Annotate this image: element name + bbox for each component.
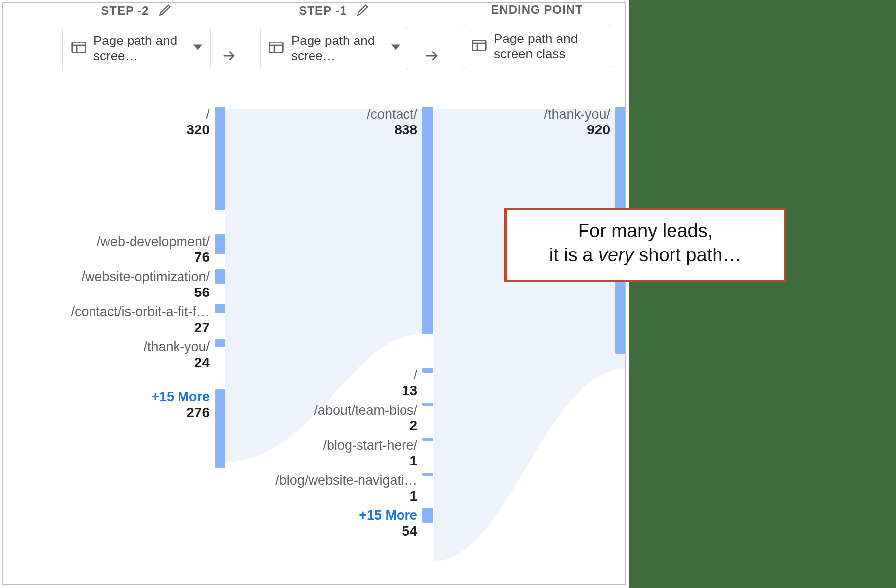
path-node[interactable]: /about/team-bios/2 xyxy=(221,403,433,434)
path-exploration-panel: STEP -2 Page path and scree… STEP -1 xyxy=(2,2,626,585)
dimension-label: Page path and scree… xyxy=(93,33,186,64)
page-icon xyxy=(269,40,284,57)
step-minus-1: STEP -1 Page path and scree… xyxy=(260,3,408,70)
arrow-icon xyxy=(221,47,237,66)
annotation-callout: For many leads, it is a very short path… xyxy=(504,208,786,282)
bar xyxy=(422,473,433,476)
dimension-select-step-1[interactable]: Page path and scree… xyxy=(260,27,408,70)
page-icon xyxy=(71,40,87,57)
step-1-nodes: /contact/838 /13 /about/team-bios/2 /blo… xyxy=(221,107,433,543)
dimension-select-ending[interactable]: Page path and screen class xyxy=(463,25,611,68)
more-node[interactable]: +15 More276 xyxy=(13,389,225,468)
bar xyxy=(422,107,433,334)
step-label: STEP -2 xyxy=(101,4,149,18)
bar xyxy=(422,438,433,441)
more-node[interactable]: +15 More54 xyxy=(221,508,433,539)
path-node[interactable]: /blog-start-here/1 xyxy=(221,438,433,469)
bar xyxy=(422,368,433,373)
pencil-icon[interactable] xyxy=(158,3,172,19)
path-node[interactable]: /320 xyxy=(13,107,225,210)
dimension-select-step-2[interactable]: Page path and scree… xyxy=(62,27,211,70)
dimension-label: Page path and screen class xyxy=(494,31,603,62)
path-node[interactable]: /thank-you/24 xyxy=(13,339,225,371)
bar xyxy=(422,403,433,406)
path-node[interactable]: /web-development/76 xyxy=(13,234,225,265)
dimension-label: Page path and scree… xyxy=(291,33,384,64)
background-stripe xyxy=(629,0,896,588)
svg-rect-3 xyxy=(270,42,283,53)
arrow-icon xyxy=(423,47,440,66)
path-node[interactable]: /13 xyxy=(221,368,433,399)
caret-down-icon xyxy=(391,43,400,54)
path-node[interactable]: /website-optimization/56 xyxy=(13,269,225,300)
svg-rect-0 xyxy=(72,42,86,53)
path-node[interactable]: /contact/is-orbit-a-fit-f…27 xyxy=(13,304,225,336)
step-minus-2: STEP -2 Page path and scree… xyxy=(62,3,211,70)
step-label: STEP -1 xyxy=(299,4,347,18)
path-node[interactable]: /blog/website-navigati…1 xyxy=(221,473,433,504)
step-2-nodes: /320 /web-development/76 /website-optimi… xyxy=(13,107,225,472)
bar xyxy=(422,508,433,523)
step-label: ENDING POINT xyxy=(491,3,582,17)
svg-rect-6 xyxy=(473,41,486,51)
page-icon xyxy=(471,38,487,55)
pencil-icon[interactable] xyxy=(356,3,370,19)
path-node[interactable]: /contact/838 xyxy=(221,107,433,334)
ending-point: ENDING POINT Page path and screen class xyxy=(463,3,611,68)
caret-down-icon xyxy=(193,43,202,54)
